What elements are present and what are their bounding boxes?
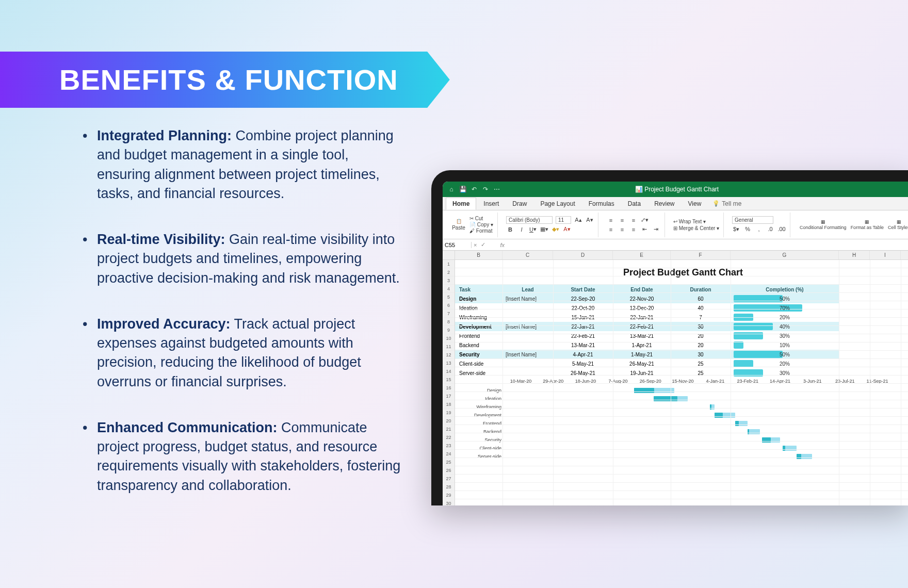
cancel-icon[interactable]: ×	[472, 242, 479, 248]
col-header[interactable]: C	[502, 251, 553, 259]
undo-icon[interactable]: ↶	[471, 186, 478, 193]
cell-styles-button[interactable]: ▦ Cell Styles	[887, 213, 908, 237]
row-header[interactable]: 6	[443, 301, 455, 309]
currency-icon[interactable]: $▾	[732, 225, 740, 233]
ribbon-body: 📋 Paste ✂ Cut 📄 Copy ▾ 🖌 Format Calibri …	[443, 210, 908, 239]
save-icon[interactable]: 💾	[459, 186, 466, 193]
font-name-select[interactable]: Calibri (Body)	[506, 216, 553, 224]
col-header[interactable]: H	[839, 251, 870, 259]
underline-button[interactable]: U▾	[529, 225, 537, 234]
row-header[interactable]: 28	[443, 483, 455, 491]
percent-icon[interactable]: %	[743, 225, 752, 233]
indent-decrease-icon[interactable]: ⇤	[641, 225, 649, 234]
number-group: General $▾ % , .0 .00	[728, 213, 790, 237]
row-header[interactable]: 19	[443, 409, 455, 417]
row-header[interactable]: 2	[443, 268, 455, 276]
home-icon[interactable]: ⌂	[448, 186, 455, 193]
tab-page-layout[interactable]: Page Layout	[534, 198, 581, 209]
format-painter-button[interactable]: 🖌 Format	[469, 228, 493, 234]
row-header[interactable]: 25	[443, 458, 455, 466]
row-header[interactable]: 5	[443, 293, 455, 301]
row-header[interactable]: 11	[443, 342, 455, 351]
fill-color-button[interactable]: ◆▾	[552, 225, 560, 234]
indent-increase-icon[interactable]: ⇥	[652, 225, 660, 234]
row-header[interactable]: 4	[443, 285, 455, 293]
col-header[interactable]: I	[870, 251, 901, 259]
increase-decimal-icon[interactable]: .0	[766, 225, 774, 233]
increase-font-icon[interactable]: A▴	[574, 216, 582, 224]
col-header[interactable]: D	[553, 251, 613, 259]
row-header[interactable]: 8	[443, 318, 455, 326]
row-header[interactable]: 29	[443, 491, 455, 499]
worksheet[interactable]: B C D E F G H I 123456789101112131415161…	[443, 251, 908, 505]
paste-button[interactable]: 📋 Paste	[451, 215, 466, 235]
format-as-table-button[interactable]: ▦ Format as Table	[850, 213, 885, 237]
align-left-icon[interactable]: ≡	[607, 225, 615, 234]
row-header[interactable]: 22	[443, 433, 455, 442]
tab-draw[interactable]: Draw	[506, 198, 533, 209]
row-header[interactable]: 23	[443, 442, 455, 450]
conditional-formatting-button[interactable]: ▦ Conditional Formatting	[799, 213, 848, 237]
row-header[interactable]: 3	[443, 276, 455, 285]
align-bottom-icon[interactable]: ≡	[629, 216, 638, 224]
row-header[interactable]: 24	[443, 450, 455, 458]
tell-me-search[interactable]: Tell me	[712, 200, 741, 207]
row-header[interactable]: 10	[443, 334, 455, 342]
tab-review[interactable]: Review	[648, 198, 680, 209]
fx-label[interactable]: fx	[488, 242, 508, 248]
copy-button[interactable]: 📄 Copy ▾	[469, 222, 493, 227]
decrease-font-icon[interactable]: A▾	[586, 216, 594, 224]
row-header[interactable]: 1	[443, 260, 455, 268]
bold-button[interactable]: B	[506, 225, 514, 234]
font-size-select[interactable]: 11	[556, 216, 571, 224]
row-header[interactable]: 17	[443, 392, 455, 400]
row-header[interactable]: 21	[443, 425, 455, 433]
tab-home[interactable]: Home	[446, 198, 476, 210]
tab-insert[interactable]: Insert	[477, 198, 505, 209]
row-header[interactable]: 18	[443, 400, 455, 409]
title-banner: BENEFITS & FUNCTION	[0, 52, 450, 108]
orientation-icon[interactable]: ⤢▾	[641, 216, 649, 224]
wrap-text-button[interactable]: ↩ Wrap Text ▾	[673, 219, 706, 224]
row-header[interactable]: 15	[443, 375, 455, 384]
tab-view[interactable]: View	[682, 198, 708, 209]
ribbon-tabs: Home Insert Draw Page Layout Formulas Da…	[443, 197, 908, 210]
row-header[interactable]: 20	[443, 417, 455, 425]
col-header[interactable]: B	[455, 251, 502, 259]
col-header[interactable]: E	[613, 251, 671, 259]
italic-button[interactable]: I	[517, 225, 526, 234]
align-center-icon[interactable]: ≡	[618, 225, 626, 234]
row-header[interactable]: 14	[443, 367, 455, 375]
row-header[interactable]: 16	[443, 384, 455, 392]
font-color-button[interactable]: A▾	[563, 225, 571, 234]
enter-icon[interactable]: ✓	[479, 241, 488, 248]
tab-data[interactable]: Data	[622, 198, 647, 209]
row-header[interactable]: 13	[443, 359, 455, 367]
name-box[interactable]: C55	[443, 242, 472, 248]
col-header[interactable]: G	[731, 251, 839, 259]
row-header[interactable]: 26	[443, 466, 455, 475]
row-header[interactable]: 12	[443, 351, 455, 359]
merge-center-button[interactable]: ⊞ Merge & Center ▾	[673, 225, 719, 231]
align-right-icon[interactable]: ≡	[629, 225, 638, 234]
redo-icon[interactable]: ↷	[482, 186, 489, 193]
tab-formulas[interactable]: Formulas	[582, 198, 621, 209]
row-header[interactable]: 27	[443, 475, 455, 483]
cut-button[interactable]: ✂ Cut	[469, 216, 493, 221]
row-header[interactable]: 9	[443, 326, 455, 334]
styles-group: ▦ Conditional Formatting ▦ Format as Tab…	[794, 213, 908, 237]
grid-cells[interactable]: Project Budget Gantt Chart Task Lead Sta…	[455, 260, 908, 505]
more-icon[interactable]: ⋯	[493, 186, 500, 193]
row-header[interactable]: 30	[443, 499, 455, 505]
comma-icon[interactable]: ,	[755, 225, 763, 233]
border-button[interactable]: ▦▾	[540, 225, 548, 234]
formula-bar: C55 × ✓ fx	[443, 239, 908, 251]
col-header[interactable]: F	[671, 251, 731, 259]
alignment-group: ≡ ≡ ≡ ⤢▾ ≡ ≡ ≡ ⇤ ⇥	[603, 213, 665, 237]
align-top-icon[interactable]: ≡	[607, 216, 615, 224]
align-middle-icon[interactable]: ≡	[618, 216, 626, 224]
row-header[interactable]: 7	[443, 309, 455, 318]
number-format-select[interactable]: General	[732, 216, 773, 224]
decrease-decimal-icon[interactable]: .00	[777, 225, 786, 233]
font-group: Calibri (Body) 11 A▴ A▾ B I U▾ ▦▾ ◆▾ A▾	[502, 213, 598, 237]
